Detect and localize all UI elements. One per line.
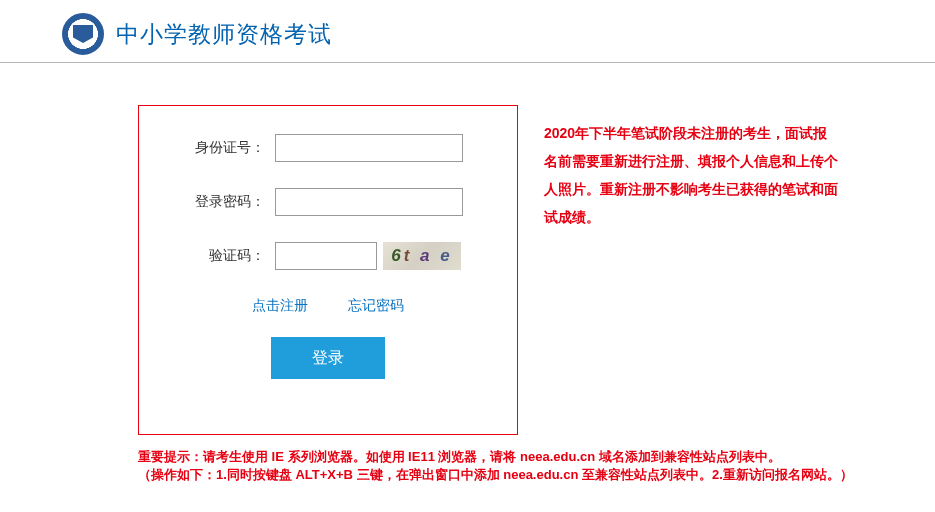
id-label: 身份证号： [179,139,265,157]
password-input[interactable] [275,188,463,216]
id-input[interactable] [275,134,463,162]
site-header: 中小学教师资格考试 [0,0,935,58]
captcha-label: 验证码： [179,247,265,265]
captcha-row: 验证码： 6t a e [139,242,517,270]
side-notice: 2020年下半年笔试阶段未注册的考生，面试报名前需要重新进行注册、填报个人信息和… [518,105,838,435]
site-title: 中小学教师资格考试 [116,19,332,50]
links-row: 点击注册 忘记密码 [139,296,517,315]
main-content: 身份证号： 登录密码： 验证码： 6t a e 点击注册 忘记密码 登录 202… [0,63,935,435]
captcha-input[interactable] [275,242,377,270]
footer-line-2: （操作如下：1.同时按键盘 ALT+X+B 三键，在弹出窗口中添加 neea.e… [138,466,905,484]
logo-icon [62,13,104,55]
register-link[interactable]: 点击注册 [252,297,308,313]
password-row: 登录密码： [139,188,517,216]
captcha-image[interactable]: 6t a e [383,242,461,270]
forgot-password-link[interactable]: 忘记密码 [348,297,404,313]
login-panel: 身份证号： 登录密码： 验证码： 6t a e 点击注册 忘记密码 登录 [138,105,518,435]
footer-tip: 重要提示：请考生使用 IE 系列浏览器。如使用 IE11 浏览器，请将 neea… [138,448,905,484]
password-label: 登录密码： [179,193,265,211]
login-button[interactable]: 登录 [271,337,385,379]
footer-line-1: 重要提示：请考生使用 IE 系列浏览器。如使用 IE11 浏览器，请将 neea… [138,448,905,466]
id-row: 身份证号： [139,134,517,162]
